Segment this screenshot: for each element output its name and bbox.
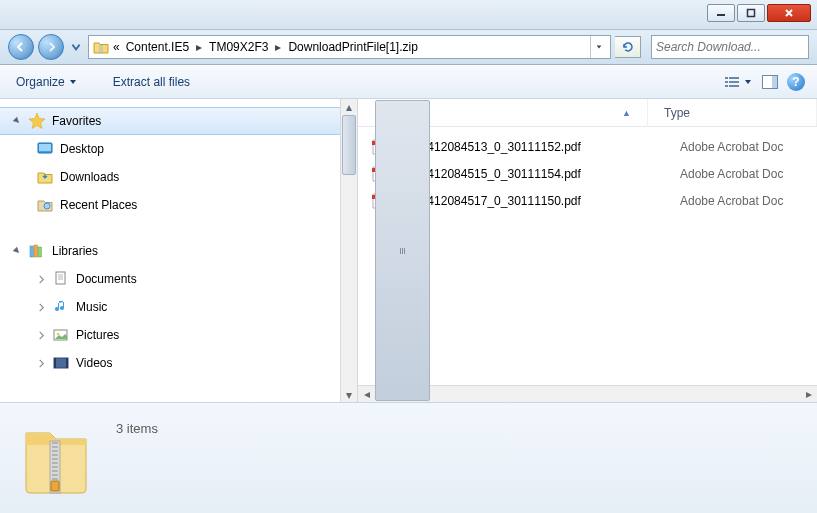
help-icon: ? <box>787 73 805 91</box>
star-icon <box>28 112 46 130</box>
recent-places-icon <box>36 196 54 214</box>
breadcrumb-seg-content[interactable]: Content.IE5 <box>124 40 191 54</box>
preview-pane-icon <box>762 75 778 89</box>
expand-icon[interactable] <box>36 358 46 368</box>
scroll-down-icon[interactable]: ▾ <box>341 387 357 402</box>
svg-rect-4 <box>729 77 739 79</box>
chevron-down-icon <box>70 41 82 53</box>
navigation-pane: Favorites Desktop Downloads Recent Place… <box>0 99 358 402</box>
svg-rect-14 <box>30 246 34 257</box>
svg-rect-10 <box>772 76 777 88</box>
forward-button[interactable] <box>38 34 64 60</box>
command-bar: Organize Extract all files ? <box>0 65 817 99</box>
chevron-down-icon <box>595 43 603 51</box>
tree-recent-places[interactable]: Recent Places <box>0 191 357 219</box>
organize-button[interactable]: Organize <box>10 71 83 93</box>
svg-rect-6 <box>729 81 739 83</box>
address-row: « Content.IE5 ▸ TM09X2F3 ▸ DownloadPrint… <box>0 30 817 65</box>
back-arrow-icon <box>15 41 27 53</box>
svg-point-19 <box>57 333 60 336</box>
svg-rect-20 <box>54 358 68 368</box>
file-type: Adobe Acrobat Doc <box>680 167 783 181</box>
chevron-down-icon <box>69 78 77 86</box>
tree-downloads[interactable]: Downloads <box>0 163 357 191</box>
svg-rect-15 <box>34 245 38 257</box>
tree-desktop[interactable]: Desktop <box>0 135 357 163</box>
svg-rect-22 <box>66 358 68 368</box>
tree-libraries[interactable]: Libraries <box>0 237 357 265</box>
file-type: Adobe Acrobat Doc <box>680 140 783 154</box>
breadcrumb-arrow-icon[interactable]: ▸ <box>272 40 284 54</box>
scroll-thumb[interactable] <box>375 100 430 401</box>
expand-icon[interactable] <box>36 330 46 340</box>
scroll-thumb[interactable] <box>342 115 356 175</box>
expand-icon[interactable] <box>36 274 46 284</box>
address-dropdown-button[interactable] <box>590 36 606 58</box>
view-options-button[interactable] <box>721 73 755 91</box>
tree-label: Libraries <box>52 244 98 258</box>
preview-pane-button[interactable] <box>759 71 781 93</box>
search-box[interactable] <box>651 35 809 59</box>
minimize-icon <box>716 8 726 18</box>
refresh-button[interactable] <box>615 36 641 58</box>
tree-label: Desktop <box>60 142 104 156</box>
pictures-icon <box>52 326 70 344</box>
view-list-icon <box>724 75 742 89</box>
expand-icon[interactable] <box>36 302 46 312</box>
scroll-left-icon[interactable]: ◂ <box>358 386 375 402</box>
breadcrumb-seg-tm[interactable]: TM09X2F3 <box>207 40 270 54</box>
help-button[interactable]: ? <box>785 71 807 93</box>
tree-label: Favorites <box>52 114 101 128</box>
svg-point-13 <box>44 203 50 209</box>
extract-label: Extract all files <box>113 75 190 89</box>
scroll-up-icon[interactable]: ▴ <box>341 99 357 114</box>
sort-ascending-icon: ▲ <box>622 108 631 118</box>
scroll-right-icon[interactable]: ▸ <box>800 386 817 402</box>
zip-folder-icon <box>93 39 109 55</box>
window-titlebar <box>0 0 817 30</box>
music-icon <box>52 298 70 316</box>
main-content: Favorites Desktop Downloads Recent Place… <box>0 99 817 402</box>
address-bar[interactable]: « Content.IE5 ▸ TM09X2F3 ▸ DownloadPrint… <box>88 35 611 59</box>
back-button[interactable] <box>8 34 34 60</box>
videos-icon <box>52 354 70 372</box>
nav-scrollbar[interactable]: ▴ ▾ <box>340 99 357 402</box>
svg-rect-16 <box>38 247 42 257</box>
svg-rect-8 <box>729 85 739 87</box>
maximize-button[interactable] <box>737 4 765 22</box>
file-list-pane: Name ▲ Type 20130412084513_0_30111152.pd… <box>358 99 817 402</box>
refresh-icon <box>621 40 635 54</box>
svg-rect-0 <box>748 10 755 17</box>
file-name: 20130412084517_0_30111150.pdf <box>394 194 672 208</box>
tree-music[interactable]: Music <box>0 293 357 321</box>
tree-label: Recent Places <box>60 198 137 212</box>
horizontal-scrollbar[interactable]: ◂ ▸ <box>358 385 817 402</box>
organize-label: Organize <box>16 75 65 89</box>
svg-rect-17 <box>56 272 65 284</box>
tree-pictures[interactable]: Pictures <box>0 321 357 349</box>
collapse-icon[interactable] <box>12 246 22 256</box>
tree-label: Music <box>76 300 107 314</box>
maximize-icon <box>746 8 756 18</box>
breadcrumb-seg-zip[interactable]: DownloadPrintFile[1].zip <box>286 40 419 54</box>
column-header-type[interactable]: Type <box>648 99 817 126</box>
svg-rect-5 <box>725 81 728 83</box>
file-type: Adobe Acrobat Doc <box>680 194 783 208</box>
file-name: 20130412084515_0_30111154.pdf <box>394 167 672 181</box>
tree-documents[interactable]: Documents <box>0 265 357 293</box>
tree-label: Documents <box>76 272 137 286</box>
tree-videos[interactable]: Videos <box>0 349 357 377</box>
breadcrumb-arrow-icon[interactable]: ▸ <box>193 40 205 54</box>
chevron-down-icon <box>744 78 752 86</box>
tree-favorites[interactable]: Favorites <box>0 107 340 135</box>
extract-all-button[interactable]: Extract all files <box>107 71 196 93</box>
libraries-icon <box>28 242 46 260</box>
search-input[interactable] <box>656 40 807 54</box>
zip-folder-large-icon <box>20 419 92 497</box>
breadcrumb-prefix[interactable]: « <box>111 40 122 54</box>
svg-rect-21 <box>54 358 56 368</box>
collapse-icon[interactable] <box>12 116 22 126</box>
close-button[interactable] <box>767 4 811 22</box>
minimize-button[interactable] <box>707 4 735 22</box>
nav-history-button[interactable] <box>68 36 84 58</box>
